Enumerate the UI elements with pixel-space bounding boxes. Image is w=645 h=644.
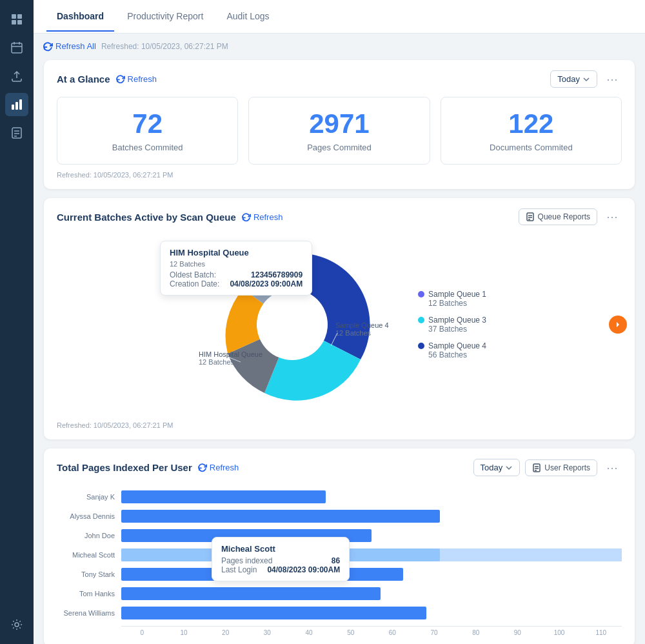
svg-point-15 (15, 623, 19, 627)
tab-dashboard[interactable]: Dashboard (46, 2, 114, 32)
at-a-glance-dropdown[interactable]: Today (550, 70, 597, 88)
bar-track[interactable] (121, 607, 622, 619)
svg-rect-9 (15, 102, 18, 110)
svg-rect-3 (17, 20, 22, 25)
oldest-batch-label: Oldest Batch: (170, 270, 216, 279)
bar-fill (121, 587, 381, 600)
bar-row: Sanjay K (57, 490, 622, 503)
refresh-all-timestamp: Refreshed: 10/05/2023, 06:27:21 PM (101, 42, 228, 51)
chevron-down-icon (505, 464, 513, 472)
bar-label: Tom Hanks (57, 590, 121, 598)
user-chart-header: Total Pages Indexed Per User Refresh Tod… (57, 459, 622, 476)
documents-label: Documents Commited (452, 143, 611, 152)
queue-chart-timestamp: Refreshed: 10/05/2023, 06:27:21 PM (57, 421, 622, 429)
queue-tooltip-title: HIM Hospital Queue (170, 248, 303, 257)
top-nav: Dashboard Productivity Report Audit Logs (34, 0, 645, 34)
x-tick: 0 (121, 629, 163, 636)
svg-rect-4 (12, 43, 22, 53)
queue-chart-refresh-button[interactable]: Refresh (243, 212, 283, 222)
bar-track[interactable] (121, 510, 622, 523)
legend-count-sq1: 12 Batches (428, 299, 486, 308)
x-tick: 20 (204, 629, 246, 636)
pie-label-him: HIM Hospital Queue (199, 350, 263, 358)
user-chart-dropdown[interactable]: Today (473, 459, 521, 476)
queue-chart-title: Current Batches Active by Scan Queue (57, 212, 236, 223)
bar-row: Alyssa Dennis (57, 510, 622, 523)
refresh-icon (117, 75, 125, 83)
svg-rect-0 (12, 14, 16, 19)
bar-fill (121, 510, 440, 523)
bar-track[interactable] (121, 529, 622, 542)
user-chart-card: Total Pages Indexed Per User Refresh Tod… (44, 448, 635, 644)
bar-row: Serena Williams (57, 607, 622, 619)
bar-label: Tony Stark (57, 570, 121, 578)
tab-productivity-report[interactable]: Productivity Report (117, 2, 213, 32)
bar-label: Micheal Scott (57, 551, 121, 559)
user-chart-more-button[interactable]: ⋯ (602, 459, 622, 476)
refresh-icon (199, 463, 207, 472)
grid-icon[interactable] (5, 8, 28, 31)
document-list-icon[interactable] (5, 121, 28, 145)
at-a-glance-header: At a Glance Refresh Today (57, 70, 622, 88)
svg-rect-8 (12, 105, 14, 110)
report-icon (526, 212, 535, 221)
legend-name-sq3: Sample Queue 3 (428, 316, 486, 325)
queue-reports-button[interactable]: Queue Reports (519, 208, 597, 225)
at-a-glance-refresh-button[interactable]: Refresh (117, 74, 157, 84)
x-tick: 80 (455, 629, 497, 636)
queue-chart-header: Current Batches Active by Scan Queue Ref… (57, 208, 622, 225)
batches-committed-card: 72 Batches Commited (57, 97, 238, 165)
main-content: Dashboard Productivity Report Audit Logs… (34, 0, 645, 644)
at-a-glance-more-button[interactable]: ⋯ (602, 71, 622, 88)
at-a-glance-card: At a Glance Refresh Today (44, 60, 635, 189)
bar-fill (121, 607, 426, 619)
refresh-all-button[interactable]: Refresh All (44, 41, 96, 51)
x-tick: 40 (288, 629, 330, 636)
legend-dot-sq3 (418, 317, 424, 323)
user-reports-button[interactable]: User Reports (525, 459, 597, 476)
legend-name-sq4: Sample Queue 4 (428, 341, 486, 350)
upload-icon[interactable] (5, 65, 28, 88)
bar-label: Serena Williams (57, 609, 121, 617)
chart-icon[interactable] (5, 93, 28, 116)
bar-x-axis: 0102030405060708090100110 (121, 626, 622, 636)
svg-rect-1 (17, 14, 22, 19)
calendar-icon[interactable] (5, 36, 28, 59)
bar-label: Alyssa Dennis (57, 512, 121, 520)
x-tick: 60 (372, 629, 413, 636)
settings-icon[interactable] (5, 613, 28, 636)
bar-row: Tom Hanks (57, 587, 622, 600)
legend-dot-sq1 (418, 291, 424, 297)
at-a-glance-timestamp: Refreshed: 10/05/2023, 06:27:21 PM (57, 171, 622, 179)
bar-chart-container: Micheal Scott Pages indexed 86 Last Logi… (57, 485, 622, 636)
bar-track[interactable] (121, 568, 622, 581)
creation-date-label: Creation Date: (170, 279, 219, 288)
refresh-all-bar: Refresh All Refreshed: 10/05/2023, 06:27… (44, 41, 635, 51)
pages-label: Pages Commited (259, 143, 419, 152)
next-button[interactable] (609, 316, 627, 334)
login-val: 04/08/2023 09:00AM (267, 565, 340, 574)
x-tick: 50 (330, 629, 372, 636)
x-tick: 10 (163, 629, 205, 636)
x-tick: 30 (246, 629, 288, 636)
user-chart-refresh-button[interactable]: Refresh (199, 463, 239, 472)
legend-item-sq4: Sample Queue 4 56 Batches (418, 341, 486, 359)
bar-track[interactable] (121, 548, 622, 561)
bar-track[interactable] (121, 587, 622, 600)
bar-track[interactable] (121, 490, 622, 503)
bar-label: John Doe (57, 532, 121, 539)
stats-row: 72 Batches Commited 2971 Pages Commited … (57, 97, 622, 165)
legend-dot-sq4 (418, 343, 424, 349)
report-icon (532, 463, 541, 472)
pages-label: Pages indexed (221, 556, 272, 565)
pages-val: 86 (332, 556, 340, 565)
pie-donut-hole (257, 289, 328, 360)
tab-audit-logs[interactable]: Audit Logs (216, 2, 279, 32)
documents-committed-card: 122 Documents Commited (441, 97, 622, 165)
queue-chart-more-button[interactable]: ⋯ (602, 208, 622, 225)
oldest-batch-val: 123456789909 (251, 270, 303, 279)
x-tick: 90 (497, 629, 539, 636)
chevron-right-icon (614, 321, 622, 328)
creation-date-val: 04/08/2023 09:00AM (230, 279, 303, 288)
pie-label-sq4-bottom-count: 12 Batches (335, 329, 372, 337)
